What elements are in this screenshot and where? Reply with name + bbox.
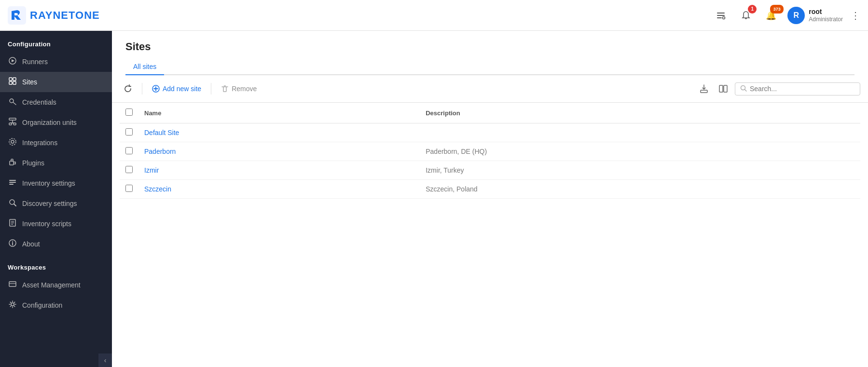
sidebar-item-organization-units[interactable]: Organization units bbox=[0, 112, 112, 133]
svg-rect-41 bbox=[719, 85, 723, 92]
row-checkbox-cell bbox=[120, 161, 138, 180]
tab-all-sites[interactable]: All sites bbox=[125, 59, 164, 75]
row-description-cell: Szczecin, Poland bbox=[420, 180, 860, 199]
asset-management-icon bbox=[8, 280, 17, 290]
svg-point-33 bbox=[12, 241, 13, 242]
layout: Configuration Runners Sites Credentials … bbox=[0, 31, 868, 367]
col-header-description: Description bbox=[420, 103, 860, 123]
toolbar-divider-1 bbox=[142, 83, 142, 95]
discovery-settings-icon bbox=[8, 198, 17, 209]
svg-rect-20 bbox=[10, 161, 14, 165]
more-options-btn[interactable]: ⋮ bbox=[851, 10, 860, 21]
logo: RAYNETONE bbox=[8, 6, 100, 25]
alerts-btn[interactable]: 🔔 373 bbox=[762, 7, 780, 24]
sidebar-item-label-asset-management: Asset Management bbox=[22, 281, 81, 289]
sidebar-item-plugins[interactable]: Plugins bbox=[0, 153, 112, 173]
toolbar-right bbox=[696, 81, 860, 96]
site-name-link[interactable]: Paderborn bbox=[144, 148, 176, 155]
row-name-cell: Izmir bbox=[138, 161, 420, 180]
avatar: R bbox=[787, 7, 805, 24]
add-icon bbox=[152, 85, 160, 93]
svg-rect-3 bbox=[717, 17, 722, 18]
table-row: Szczecin Szczecin, Poland bbox=[120, 180, 860, 199]
svg-rect-21 bbox=[11, 159, 13, 161]
export-icon bbox=[699, 84, 709, 94]
svg-rect-40 bbox=[701, 90, 707, 93]
export-btn[interactable] bbox=[696, 81, 712, 96]
sidebar-item-credentials[interactable]: Credentials bbox=[0, 92, 112, 112]
table-header-row: Name Description bbox=[120, 103, 860, 123]
svg-line-26 bbox=[14, 204, 16, 206]
svg-rect-23 bbox=[9, 182, 16, 183]
svg-rect-13 bbox=[9, 118, 16, 120]
about-icon bbox=[8, 239, 17, 249]
row-checkbox[interactable] bbox=[125, 185, 133, 192]
search-box bbox=[735, 82, 860, 95]
notification-btn[interactable]: 1 bbox=[737, 7, 755, 24]
select-all-header bbox=[120, 103, 138, 123]
svg-rect-9 bbox=[9, 82, 12, 84]
inventory-scripts-icon bbox=[8, 218, 17, 229]
sidebar-item-inventory-settings[interactable]: Inventory settings bbox=[0, 173, 112, 193]
svg-rect-10 bbox=[13, 82, 16, 84]
search-icon bbox=[740, 85, 747, 93]
user-role: Administrator bbox=[809, 16, 843, 24]
row-checkbox-cell bbox=[120, 123, 138, 142]
row-checkbox-cell bbox=[120, 180, 138, 199]
sidebar-item-sites[interactable]: Sites bbox=[0, 72, 112, 92]
plugins-icon bbox=[8, 158, 17, 168]
user-name-block: root Administrator bbox=[809, 7, 843, 24]
row-checkbox[interactable] bbox=[125, 166, 133, 173]
menu-icon-btn[interactable] bbox=[712, 7, 730, 24]
svg-line-12 bbox=[13, 102, 16, 105]
svg-rect-2 bbox=[717, 15, 725, 16]
row-description-cell: Paderborn, DE (HQ) bbox=[420, 142, 860, 161]
columns-icon bbox=[718, 84, 728, 94]
col-header-name: Name bbox=[138, 103, 420, 123]
logo-text: RAYNETONE bbox=[30, 9, 100, 22]
trash-icon bbox=[221, 85, 229, 93]
org-units-icon bbox=[8, 117, 17, 128]
user-info[interactable]: R root Administrator bbox=[787, 7, 843, 24]
sidebar-item-about[interactable]: About bbox=[0, 234, 112, 254]
svg-rect-24 bbox=[9, 184, 14, 185]
sidebar-item-runners[interactable]: Runners bbox=[0, 52, 112, 72]
svg-point-18 bbox=[11, 140, 14, 143]
sidebar-item-configuration-ws[interactable]: Configuration bbox=[0, 295, 112, 315]
table-container: Name Description Default Site Paderborn … bbox=[112, 103, 868, 367]
header-right: 1 🔔 373 R root Administrator ⋮ bbox=[712, 7, 860, 24]
row-description-cell: Izmir, Turkey bbox=[420, 161, 860, 180]
sidebar-collapse-btn[interactable]: ‹ bbox=[98, 353, 112, 367]
site-name-link[interactable]: Szczecin bbox=[144, 185, 171, 193]
site-name-link[interactable]: Izmir bbox=[144, 166, 159, 174]
add-new-site-btn[interactable]: Add new site bbox=[148, 83, 205, 95]
svg-rect-7 bbox=[9, 78, 12, 81]
svg-rect-42 bbox=[724, 85, 727, 92]
columns-btn[interactable] bbox=[716, 81, 731, 96]
sidebar-item-label-integrations: Integrations bbox=[22, 139, 57, 147]
row-checkbox[interactable] bbox=[125, 147, 133, 154]
row-name-cell: Szczecin bbox=[138, 180, 420, 199]
runners-icon bbox=[8, 56, 17, 67]
sidebar-item-label-inventory-scripts: Inventory scripts bbox=[22, 220, 71, 228]
header: RAYNETONE 1 🔔 373 R root bbox=[0, 0, 868, 31]
sidebar-item-discovery-settings[interactable]: Discovery settings bbox=[0, 193, 112, 214]
add-label: Add new site bbox=[163, 85, 201, 93]
search-input[interactable] bbox=[750, 85, 855, 93]
inventory-settings-icon bbox=[8, 178, 17, 189]
svg-line-44 bbox=[745, 89, 747, 91]
sidebar-item-integrations[interactable]: Integrations bbox=[0, 133, 112, 153]
refresh-btn[interactable] bbox=[120, 82, 136, 95]
sidebar-item-asset-management[interactable]: Asset Management bbox=[0, 275, 112, 295]
svg-point-36 bbox=[11, 303, 14, 306]
sidebar: Configuration Runners Sites Credentials … bbox=[0, 31, 112, 367]
sidebar-item-label-credentials: Credentials bbox=[22, 98, 56, 106]
alerts-badge: 373 bbox=[770, 5, 784, 14]
site-name-link[interactable]: Default Site bbox=[144, 129, 179, 136]
row-checkbox[interactable] bbox=[125, 128, 133, 136]
select-all-checkbox[interactable] bbox=[125, 109, 133, 116]
svg-rect-22 bbox=[9, 180, 16, 181]
sites-icon bbox=[8, 77, 17, 87]
remove-btn[interactable]: Remove bbox=[217, 83, 261, 95]
sidebar-item-inventory-scripts[interactable]: Inventory scripts bbox=[0, 214, 112, 234]
